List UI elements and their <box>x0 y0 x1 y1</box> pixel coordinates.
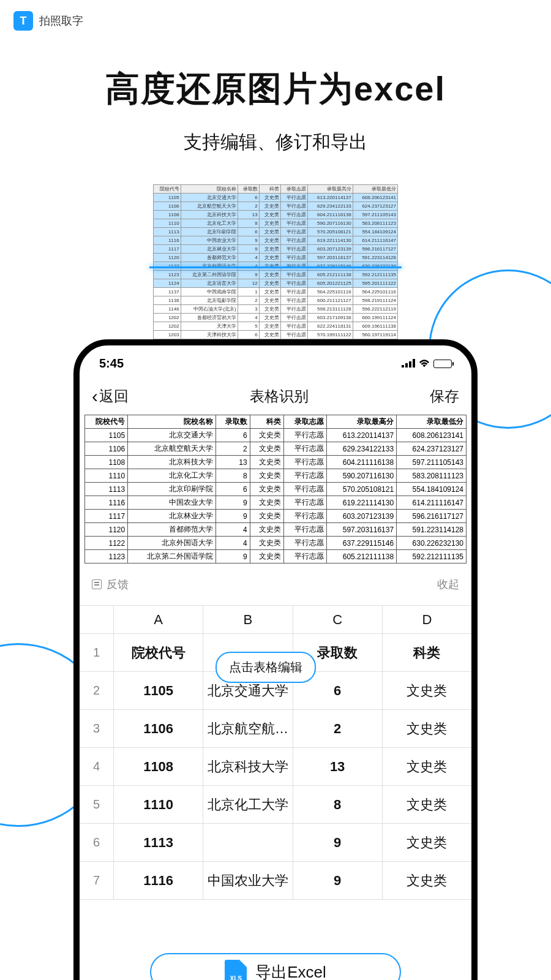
result-table: 院校代号院校名称录取数科类录取志愿录取最高分录取最低分1105北京交通大学6文史… <box>84 415 467 564</box>
collapse-button[interactable]: 收起 <box>437 577 459 592</box>
svg-rect-3 <box>413 359 415 368</box>
edit-tooltip: 点击表格编辑 <box>216 652 316 683</box>
sheet-cell[interactable]: 院校代号 <box>114 634 203 671</box>
sheet-cell[interactable]: 文史类 <box>383 710 471 747</box>
signal-icon <box>402 356 415 371</box>
sheet-cell[interactable]: 文史类 <box>383 748 471 785</box>
xls-file-icon: XLS <box>225 960 247 980</box>
feedback-icon <box>92 579 102 589</box>
sheet-cell[interactable]: 北京科技大学 <box>203 748 293 785</box>
row-header[interactable]: 3 <box>80 710 114 747</box>
col-header[interactable]: B <box>203 606 293 633</box>
sheet-cell[interactable]: 1108 <box>114 748 203 785</box>
back-button[interactable]: ‹返回 <box>92 386 129 406</box>
export-excel-button[interactable]: XLS 导出Excel <box>150 953 401 980</box>
sheet-cell[interactable]: 9 <box>293 824 383 861</box>
sheet-cell[interactable]: 文史类 <box>383 786 471 823</box>
scan-preview: 院校代号院校名称录取数科类录取志愿录取最高分录取最低分1105北京交通大学6文史… <box>153 184 398 348</box>
wifi-icon <box>419 356 430 371</box>
app-name: 拍照取字 <box>39 13 83 28</box>
sheet-cell[interactable]: 文史类 <box>383 672 471 709</box>
nav-bar: ‹返回 表格识别 保存 <box>80 377 471 415</box>
nav-title: 表格识别 <box>129 386 430 406</box>
sheet-cell[interactable]: 北京航空航… <box>203 710 293 747</box>
col-header[interactable]: C <box>293 606 383 633</box>
app-icon: T <box>13 11 33 31</box>
phone-frame: 5:45 ‹返回 表格识别 保存 院校代号院校名称录取数科类录取志愿录取最高分录… <box>73 339 478 980</box>
sheet-cell[interactable]: 9 <box>293 862 383 899</box>
svg-rect-2 <box>409 361 411 368</box>
sheet-cell[interactable]: 科类 <box>383 634 471 671</box>
row-header[interactable]: 7 <box>80 862 114 899</box>
svg-rect-0 <box>402 365 404 368</box>
scan-line <box>149 266 402 268</box>
app-header: T 拍照取字 <box>0 0 551 42</box>
row-header[interactable]: 6 <box>80 824 114 861</box>
sheet-cell[interactable]: 1116 <box>114 862 203 899</box>
sheet-cell[interactable]: 13 <box>293 748 383 785</box>
svg-rect-1 <box>405 363 408 368</box>
sheet-cell[interactable]: 1106 <box>114 710 203 747</box>
sheet-cell[interactable]: 中国农业大学 <box>203 862 293 899</box>
status-bar: 5:45 <box>80 345 471 377</box>
col-header[interactable]: D <box>383 606 471 633</box>
sheet-cell[interactable]: 2 <box>293 710 383 747</box>
sheet-cell[interactable] <box>203 824 293 861</box>
sheet-cell[interactable]: 文史类 <box>383 862 471 899</box>
result-preview: 院校代号院校名称录取数科类录取志愿录取最高分录取最低分1105北京交通大学6文史… <box>80 415 471 564</box>
sheet-cell[interactable]: 文史类 <box>383 824 471 861</box>
chevron-left-icon: ‹ <box>92 387 98 405</box>
sheet-cell[interactable]: 北京化工大学 <box>203 786 293 823</box>
hero-title: 高度还原图片为excel <box>0 66 551 113</box>
col-header[interactable]: A <box>114 606 203 633</box>
row-header[interactable]: 2 <box>80 672 114 709</box>
feedback-button[interactable]: 反馈 <box>92 577 129 592</box>
row-header[interactable]: 4 <box>80 748 114 785</box>
battery-icon <box>433 360 452 368</box>
row-header[interactable]: 1 <box>80 634 114 671</box>
spreadsheet[interactable]: ABCD1院校代号录取数科类21105北京交通大学6文史类31106北京航空航…… <box>80 605 471 900</box>
sheet-cell[interactable]: 1110 <box>114 786 203 823</box>
sheet-cell[interactable]: 8 <box>293 786 383 823</box>
hero: 高度还原图片为excel 支持编辑、修订和导出 <box>0 66 551 155</box>
status-time: 5:45 <box>99 356 124 371</box>
sheet-cell[interactable]: 1105 <box>114 672 203 709</box>
save-button[interactable]: 保存 <box>430 386 459 406</box>
sheet-cell[interactable]: 1113 <box>114 824 203 861</box>
row-header[interactable]: 5 <box>80 786 114 823</box>
hero-subtitle: 支持编辑、修订和导出 <box>0 130 551 155</box>
